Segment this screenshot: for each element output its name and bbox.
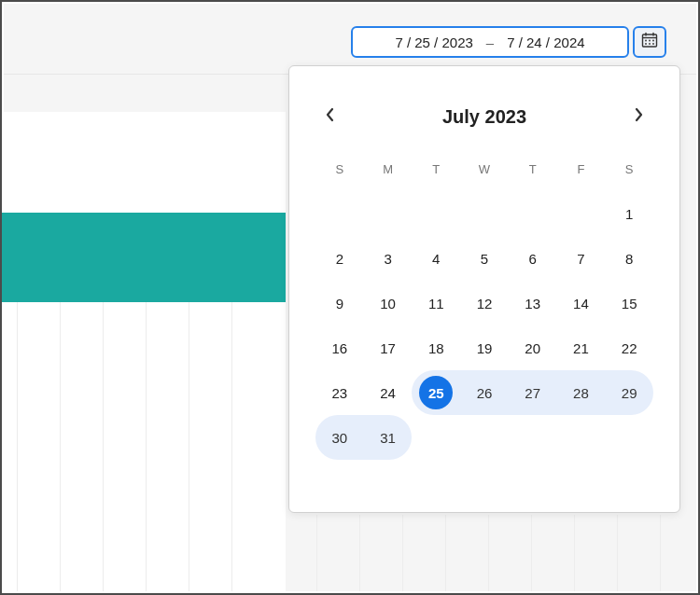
calendar-day[interactable]: 8 (605, 236, 653, 281)
chart-panel (2, 112, 286, 593)
svg-point-5 (649, 40, 651, 42)
calendar-next-button[interactable] (623, 102, 653, 131)
calendar-day[interactable]: 21 (557, 325, 606, 370)
calendar-dow: S (625, 162, 634, 176)
svg-point-4 (645, 40, 647, 42)
calendar-day-label: 7 (577, 251, 584, 267)
calendar-day-label: 4 (432, 251, 440, 267)
calendar-dow: S (336, 162, 344, 176)
calendar-day[interactable]: 22 (605, 325, 653, 370)
calendar-day[interactable]: 10 (364, 281, 413, 325)
calendar-day-label: 5 (481, 251, 488, 267)
calendar-day[interactable]: 17 (364, 325, 413, 370)
calendar-day[interactable]: 15 (605, 281, 653, 325)
date-range-start-value: 7 / 25 / 2023 (395, 35, 472, 50)
calendar-day-label: 3 (384, 251, 391, 267)
calendar-day-label: 13 (525, 296, 540, 311)
calendar-day-label: 19 (477, 340, 493, 356)
calendar-day[interactable]: 25 (412, 370, 460, 415)
calendar-day[interactable]: 30 (315, 415, 364, 460)
calendar-day-label: 29 (622, 385, 637, 401)
chevron-left-icon (324, 106, 337, 127)
calendar-dow: T (432, 162, 440, 176)
calendar-day-label: 11 (428, 296, 444, 311)
calendar-day[interactable]: 23 (315, 370, 364, 415)
calendar-day[interactable]: 29 (605, 370, 653, 415)
calendar-dow: W (479, 162, 490, 176)
calendar-dow: F (577, 162, 584, 176)
calendar-month-title: July 2023 (442, 106, 526, 128)
calendar-grid: SMTWTFS123456789101112131415161718192021… (315, 146, 653, 460)
calendar-day[interactable]: 31 (364, 415, 413, 460)
calendar-day[interactable]: 26 (460, 370, 509, 415)
calendar-day-label: 15 (622, 296, 637, 311)
calendar-day[interactable]: 13 (509, 281, 557, 325)
date-range-input[interactable]: 7 / 25 / 2023 – 7 / 24 / 2024 (351, 26, 629, 58)
calendar-day-label: 17 (380, 340, 396, 356)
calendar-day-empty (412, 191, 460, 236)
calendar-dow: T (529, 162, 537, 176)
calendar-dow: M (383, 162, 393, 176)
svg-point-6 (652, 40, 654, 42)
calendar-day-label: 24 (380, 385, 396, 401)
calendar-icon (641, 32, 658, 52)
calendar-day[interactable]: 2 (315, 236, 364, 281)
calendar-day[interactable]: 7 (557, 236, 606, 281)
calendar-day[interactable]: 9 (315, 281, 364, 325)
calendar-day-label: 1 (625, 206, 633, 222)
window-viewport: 7 / 25 / 2023 – 7 / 24 / 2024 (0, 0, 700, 595)
calendar-popover: July 2023 SMTWTFS12345678910111213141516… (288, 65, 680, 513)
calendar-day[interactable]: 20 (509, 325, 557, 370)
calendar-day[interactable]: 3 (364, 236, 413, 281)
calendar-day-label: 22 (622, 340, 637, 356)
calendar-day[interactable]: 5 (460, 236, 509, 281)
svg-point-8 (649, 43, 651, 45)
calendar-day[interactable]: 12 (460, 281, 509, 325)
calendar-day-label: 21 (573, 340, 589, 356)
chart-gridlines-extended (288, 515, 696, 591)
svg-point-7 (645, 43, 647, 45)
calendar-day-empty (557, 191, 606, 236)
calendar-day-label: 8 (625, 251, 633, 267)
calendar-day-label: 26 (477, 385, 493, 401)
calendar-day-label: 14 (573, 296, 589, 311)
calendar-day[interactable]: 19 (460, 325, 509, 370)
calendar-day-label: 30 (332, 430, 348, 446)
calendar-day[interactable]: 4 (412, 236, 460, 281)
calendar-day-label: 6 (529, 251, 537, 267)
calendar-day-label: 20 (525, 340, 540, 356)
svg-point-9 (652, 43, 654, 45)
calendar-day-label: 12 (477, 296, 493, 311)
calendar-prev-button[interactable] (315, 102, 345, 131)
calendar-day-empty (364, 191, 413, 236)
calendar-day-empty (460, 191, 509, 236)
chevron-right-icon (632, 106, 645, 127)
calendar-day-empty (315, 191, 364, 236)
chart-series-bar (2, 213, 286, 302)
calendar-header: July 2023 (315, 87, 653, 146)
calendar-day-label: 9 (336, 296, 343, 311)
calendar-day-label: 16 (332, 340, 348, 356)
top-bar: 7 / 25 / 2023 – 7 / 24 / 2024 (4, 4, 696, 75)
calendar-day[interactable]: 18 (412, 325, 460, 370)
calendar-day[interactable]: 6 (509, 236, 557, 281)
calendar-day-label: 10 (380, 296, 396, 311)
calendar-day-label: 25 (428, 385, 444, 401)
calendar-day-label: 23 (332, 385, 348, 401)
calendar-day[interactable]: 11 (412, 281, 460, 325)
calendar-day[interactable]: 14 (557, 281, 606, 325)
date-range-end-value: 7 / 24 / 2024 (507, 35, 584, 50)
calendar-day[interactable]: 27 (509, 370, 557, 415)
calendar-day-label: 28 (573, 385, 589, 401)
calendar-day-empty (509, 191, 557, 236)
calendar-day-label: 2 (336, 251, 343, 267)
calendar-day-label: 27 (525, 385, 540, 401)
date-range-dash: – (486, 35, 494, 50)
calendar-trigger-button[interactable] (633, 26, 666, 58)
calendar-day[interactable]: 1 (605, 191, 653, 236)
calendar-day-label: 18 (428, 340, 444, 356)
calendar-day[interactable]: 24 (364, 370, 413, 415)
calendar-day[interactable]: 16 (315, 325, 364, 370)
calendar-day-label: 31 (380, 430, 396, 446)
calendar-day[interactable]: 28 (557, 370, 606, 415)
